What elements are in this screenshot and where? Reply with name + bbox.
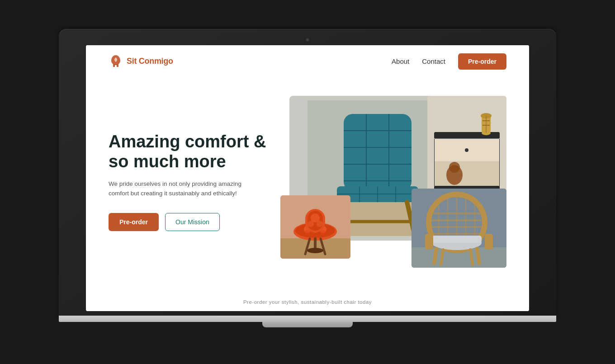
nav-links: About Contact Pre-order (392, 53, 506, 70)
hero-title-line2: so much more (109, 152, 226, 171)
website-content: Sit Conmigo About Contact Pre-order Amaz… (86, 45, 529, 311)
svg-rect-4 (344, 114, 412, 191)
nightstand-svg (427, 96, 506, 195)
svg-line-73 (477, 249, 479, 263)
svg-rect-69 (432, 236, 482, 243)
svg-rect-0 (114, 64, 115, 67)
svg-point-51 (317, 221, 323, 227)
laptop-screen: Sit Conmigo About Contact Pre-order Amaz… (86, 45, 529, 311)
svg-point-31 (449, 162, 460, 173)
laptop-base (59, 316, 556, 322)
hero-section: Amazing comfort & so much more We pride … (86, 78, 529, 295)
svg-rect-1 (117, 64, 118, 67)
navbar: Sit Conmigo About Contact Pre-order (86, 45, 529, 78)
footer-scroll-text: Pre-order your stylish, sustainably-buil… (86, 295, 529, 311)
logo-icon (109, 54, 123, 69)
orange-chair-image (280, 195, 350, 259)
svg-rect-70 (425, 234, 433, 250)
svg-rect-71 (485, 234, 493, 250)
svg-point-25 (465, 148, 468, 152)
hero-title: Amazing comfort & so much more (109, 132, 267, 171)
rattan-chair-svg (412, 189, 506, 268)
orange-chair-svg (280, 195, 350, 259)
laptop-shell: Sit Conmigo About Contact Pre-order Amaz… (59, 29, 556, 336)
nav-about[interactable]: About (392, 57, 409, 65)
nav-preorder-button[interactable]: Pre-order (458, 53, 506, 70)
hero-images (276, 96, 506, 268)
svg-rect-26 (434, 161, 500, 186)
scroll-label: Pre-order your stylish, sustainably-buil… (243, 299, 372, 305)
svg-rect-28 (499, 139, 500, 186)
svg-line-72 (434, 249, 436, 263)
hero-mission-button[interactable]: Our Mission (165, 213, 220, 231)
logo-text: Sit Conmigo (127, 57, 173, 66)
rattan-chair-image (412, 189, 506, 268)
hero-copy: Amazing comfort & so much more We pride … (109, 132, 276, 231)
hero-subtitle: We pride ourselves in not only providing… (109, 179, 262, 199)
camera (306, 38, 309, 42)
screen-bezel: Sit Conmigo About Contact Pre-order Amaz… (59, 29, 556, 316)
nightstand-image (427, 96, 506, 195)
hero-title-line1: Amazing comfort & (109, 132, 266, 151)
nav-contact[interactable]: Contact (422, 57, 445, 65)
hero-buttons: Pre-order Our Mission (109, 213, 267, 231)
svg-rect-27 (434, 139, 435, 186)
svg-point-50 (308, 221, 314, 227)
logo: Sit Conmigo (109, 54, 173, 69)
svg-point-55 (307, 248, 323, 253)
hero-preorder-button[interactable]: Pre-order (109, 213, 159, 231)
